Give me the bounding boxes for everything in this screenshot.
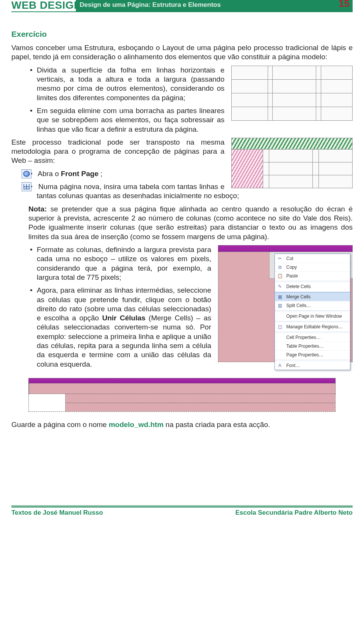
text-merge-post: (Merge Cells) – as células seleccionadas…	[37, 314, 211, 368]
text-open-frontpage-pre: Abra o	[38, 170, 61, 178]
bullet-merge-cells: Agora, para eliminar as linhas intermédi…	[28, 286, 353, 369]
save-paragraph: Guarde a página com o nome modelo_wd.htm…	[11, 420, 353, 429]
bullet-format-columns: Formate as colunas, definindo a largura …	[28, 245, 353, 282]
footer-rule	[11, 505, 353, 507]
text-open-frontpage-post: ;	[99, 170, 103, 178]
insert-table-icon	[22, 182, 31, 191]
nota-label: Nota:	[28, 205, 47, 213]
section-heading: Exercício	[11, 30, 353, 39]
page-footer: Textos de José Manuel Russo Escola Secun…	[0, 505, 364, 517]
bullet-open-frontpage: Abra o Front Page ;	[28, 169, 353, 178]
text-merge-bold: Unir Células	[102, 314, 145, 322]
page-number: 15	[339, 0, 350, 9]
nota-paragraph: Nota: se pretender que a sua página fiqu…	[28, 205, 353, 241]
chapter-title: Design de uma Página: Estrutura e Elemen…	[80, 1, 221, 9]
figure4-row-split	[28, 394, 336, 412]
footer-author: Textos de José Manuel Russo	[11, 509, 103, 517]
text-frontpage-name: Front Page	[61, 170, 99, 178]
nota-text: se pretender que a sua página fique alin…	[28, 205, 353, 241]
save-filename: modelo_wd.htm	[109, 421, 164, 429]
bullet-divide-surface: Divida a superfície da folha em linhas h…	[28, 66, 353, 102]
figure4-left-cell	[29, 394, 66, 411]
figure4-inner-divider	[66, 403, 335, 403]
bullet-insert-table: Numa página nova, insira uma tabela com …	[28, 182, 353, 201]
figure4-row-header	[28, 378, 336, 383]
bullet-erase-lines: Em seguida elimine com uma borracha as p…	[28, 106, 353, 134]
header-rule	[11, 11, 353, 12]
grid-hatched-table	[231, 138, 353, 188]
page-header: WEB DESIGN Design de uma Página: Estrutu…	[0, 0, 364, 14]
frontpage-globe-icon	[22, 169, 31, 178]
footer-school: Escola Secundária Padre Alberto Neto	[235, 509, 353, 517]
intro-paragraph: Vamos conceber uma Estrutura, esboçando …	[11, 43, 353, 62]
save-post: na pasta criada para esta acção.	[163, 421, 270, 429]
figure4-right-cell	[66, 394, 335, 411]
figure-merged-result	[28, 378, 336, 412]
figure4-row-merged	[28, 383, 336, 394]
site-title: WEB DESIGN	[11, 0, 82, 11]
figure-grid-hatched	[231, 138, 353, 188]
text-insert-table: Numa página nova, insira uma tabela com …	[37, 183, 239, 200]
save-pre: Guarde a página com o nome	[11, 421, 109, 429]
